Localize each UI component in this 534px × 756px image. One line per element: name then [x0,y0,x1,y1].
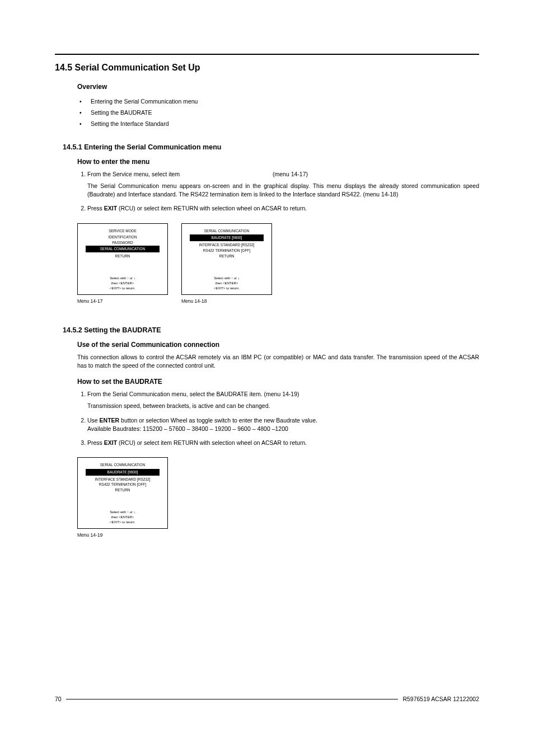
step-body: The Serial Communication menu appears on… [87,182,479,199]
menu-box-highlight: BAUDRATE [9600] [86,469,160,476]
overview-item: Setting the BAUDRATE [77,107,479,119]
menu-caption: Menu 14-19 [77,532,168,538]
menu-caption: Menu 14-17 [77,298,168,304]
step-bold: ENTER [100,417,120,424]
menu-ref: (menu 14-17) [273,171,308,177]
step-text: (RCU) or select item RETURN with selecti… [117,205,307,212]
subsection-heading: 14.5.1 Entering the Serial Communication… [63,143,479,151]
menu-box-title: SERIAL COMMUNICATION [188,228,266,234]
menu-box-footer: Select with ↑ or ↓ [188,276,266,281]
use-paragraph: This connection allows to control the AC… [77,353,479,370]
menu-figures-row: SERIAL COMMUNICATION BAUDRATE [9600] INT… [77,457,479,538]
step-item: Use ENTER button or selection Wheel as t… [87,416,479,433]
step-item: Press EXIT (RCU) or select item RETURN w… [87,204,479,213]
menu-box-line: RETURN [83,253,162,259]
menu-caption: Menu 14-18 [181,298,272,304]
step-text: From the Service menu, select item [87,171,181,177]
menu-box-line: RETURN [83,487,162,493]
footer-rule [66,699,399,699]
overview-list: Entering the Serial Communication menu S… [77,96,479,130]
menu-box-highlight: SERIAL COMMUNICATION [86,246,160,252]
menu-box-line: RETURN [188,253,266,259]
menu-figure: SERVICE MODE IDENTIFICATION PASSWORD SER… [77,223,168,304]
menu-box-14-17: SERVICE MODE IDENTIFICATION PASSWORD SER… [77,223,168,295]
step-text: From the Serial Communication menu, sele… [87,391,299,397]
top-rule [55,54,479,55]
howto-heading: How to enter the menu [77,158,479,166]
step-body: Transmission speed, between brackets, is… [87,402,479,410]
step-line2: Available Baudrates: 115200 – 57600 – 38… [87,425,479,433]
menu-box-line: INTERFACE STANDARD [RS232] [83,477,162,482]
step-bold: EXIT [104,439,117,446]
menu-box-footer: then <ENTER> [188,281,266,286]
overview-item: Entering the Serial Communication menu [77,96,479,107]
menu-box-footer: Select with ↑ or ↓ [83,510,162,515]
step-bold: EXIT [104,205,117,212]
menu-box-14-18: SERIAL COMMUNICATION BAUDRATE [9600] INT… [181,223,272,295]
page-number: 70 [55,696,62,702]
step-item: Press EXIT (RCU) or select item RETURN w… [87,439,479,447]
menu-box-line: INTERFACE STANDARD [RS232] [188,242,266,248]
steps-list: From the Service menu, select item (menu… [77,170,479,213]
use-heading: Use of the serial Communication connecti… [77,341,479,349]
menu-box-footer: <EXIT> to return. [188,286,266,291]
step-text: Use [87,417,100,424]
menu-box-footer: <EXIT> to return. [83,286,162,291]
menu-box-line: PASSWORD [83,240,162,246]
menu-figure: SERIAL COMMUNICATION BAUDRATE [9600] INT… [77,457,168,538]
step-text: Press [87,205,104,212]
menu-box-title: SERIAL COMMUNICATION [83,462,162,468]
step-text: Press [87,439,104,446]
menu-box-line: RS422 TERMINATION [OFF] [83,482,162,487]
howto-heading: How to set the BAUDRATE [77,378,479,386]
overview-item: Setting the Interface Standard [77,119,479,130]
menu-box-footer: Select with ↑ or ↓ [83,276,162,281]
overview-heading: Overview [77,83,479,91]
menu-box-footer: <EXIT> to return. [83,520,162,525]
menu-figures-row: SERVICE MODE IDENTIFICATION PASSWORD SER… [77,223,479,304]
page: 14.5 Serial Communication Set Up Overvie… [0,0,534,756]
step-text: button or selection Wheel as toggle swit… [119,417,317,424]
menu-box-highlight: BAUDRATE [9600] [190,234,264,241]
menu-box-footer: then <ENTER> [83,281,162,286]
menu-box-14-19: SERIAL COMMUNICATION BAUDRATE [9600] INT… [77,457,168,529]
step-item: From the Service menu, select item (menu… [87,170,479,199]
steps-list: From the Serial Communication menu, sele… [77,390,479,447]
step-item: From the Serial Communication menu, sele… [87,390,479,410]
doc-id: R5976519 ACSAR 12122002 [402,696,479,702]
menu-box-line: IDENTIFICATION [83,234,162,240]
menu-figure: SERIAL COMMUNICATION BAUDRATE [9600] INT… [181,223,272,304]
menu-box-title: SERVICE MODE [83,228,162,234]
section-title: 14.5 Serial Communication Set Up [55,63,479,73]
page-footer: 70 R5976519 ACSAR 12122002 [55,696,479,702]
step-text: (RCU) or select item RETURN with selecti… [117,439,307,446]
subsection-heading: 14.5.2 Setting the BAUDRATE [63,326,479,334]
menu-box-footer: then <ENTER> [83,515,162,520]
menu-box-line: RS422 TERMINATION [OFF] [188,248,266,253]
